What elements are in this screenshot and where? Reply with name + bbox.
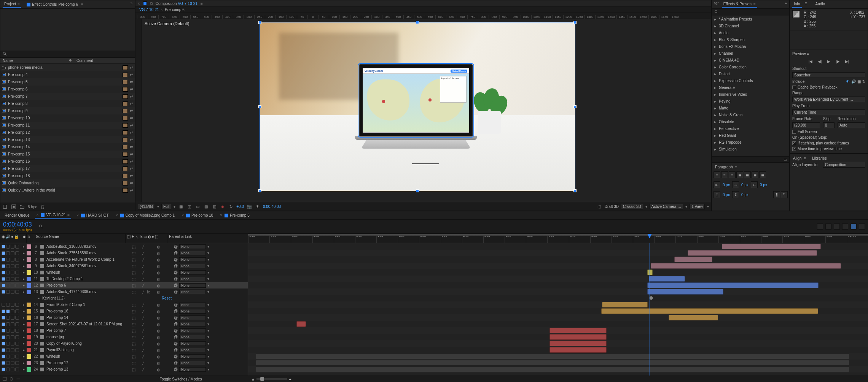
eye-toggle[interactable]: [2, 361, 5, 365]
solo-toggle[interactable]: [11, 335, 14, 339]
effects-category[interactable]: ▸Channel: [712, 50, 789, 57]
effects-category[interactable]: ▸RG Trapcode: [712, 139, 789, 146]
parent-dropdown[interactable]: None: [179, 270, 206, 275]
layer-color[interactable]: [27, 367, 31, 372]
frame-blend-switch[interactable]: [152, 316, 156, 320]
project-item[interactable]: Pre-comp 9⇄: [0, 107, 135, 114]
audio-toggle[interactable]: [6, 284, 10, 287]
pickwhip-icon[interactable]: @: [174, 341, 178, 346]
exposure-value[interactable]: +0.0: [236, 204, 244, 209]
project-item[interactable]: Pre-comp 11⇄: [0, 122, 135, 129]
layer-color[interactable]: [27, 328, 31, 333]
truncated-tab[interactable]: ter: [714, 1, 719, 8]
pickwhip-icon[interactable]: @: [174, 303, 178, 307]
preview-resolution-dropdown[interactable]: Auto: [838, 122, 865, 128]
frame-blend-switch[interactable]: [152, 342, 156, 346]
layer-expand-icon[interactable]: ▸: [21, 303, 26, 307]
solo-toggle[interactable]: [11, 322, 14, 326]
project-col-comment[interactable]: Comment: [74, 58, 135, 63]
audio-toggle[interactable]: [6, 303, 10, 307]
first-frame-icon[interactable]: |◀: [807, 58, 814, 64]
quality-switch[interactable]: ╱: [142, 368, 146, 371]
audio-toggle[interactable]: [6, 355, 10, 358]
motion-blur-switch[interactable]: ◐: [157, 251, 161, 255]
adjustment-switch[interactable]: [162, 245, 166, 249]
3d-switch[interactable]: [167, 245, 170, 249]
current-timecode[interactable]: 0:00:40:03: [3, 221, 32, 228]
parent-dropdown[interactable]: None: [179, 277, 206, 281]
layer-name[interactable]: Pre-comp 14: [45, 315, 131, 320]
adjustment-switch[interactable]: [162, 322, 166, 326]
lock-toggle[interactable]: [15, 316, 19, 320]
indent-first-value[interactable]: 0 px: [741, 183, 749, 187]
preview-time[interactable]: 0:00:40:03: [263, 204, 281, 209]
pickwhip-icon[interactable]: @: [174, 354, 178, 358]
lock-toggle[interactable]: [15, 264, 19, 268]
indent-left-value[interactable]: 0 px: [723, 183, 730, 187]
fx-switch[interactable]: [147, 335, 151, 339]
fx-switch[interactable]: [147, 284, 151, 287]
panel-menu-icon[interactable]: »: [130, 1, 132, 8]
indent-left-icon[interactable]: ⇤: [714, 181, 720, 188]
layer-expand-icon[interactable]: ▸: [21, 361, 26, 365]
timeline-tab[interactable]: Render Queue: [3, 212, 31, 218]
frame-blend-switch[interactable]: [152, 335, 156, 339]
quality-switch[interactable]: ╱: [142, 264, 146, 268]
close-tab-icon[interactable]: ×: [220, 213, 222, 217]
align-center-icon[interactable]: ≡: [721, 171, 728, 178]
layer-name[interactable]: AdobeStock_340979861.mov: [45, 264, 131, 268]
draft-3d-toggle-icon[interactable]: [825, 223, 831, 230]
layer-expand-icon[interactable]: ▸: [21, 315, 26, 320]
effects-category[interactable]: ▸Noise & Grain: [712, 111, 789, 118]
fx-switch[interactable]: [147, 342, 151, 346]
layer-expand-icon[interactable]: ▸: [21, 290, 26, 294]
collapse-switch[interactable]: [137, 290, 141, 294]
guides-icon[interactable]: ▥: [211, 203, 217, 209]
layer-row[interactable]: ▸ 16 Pre-comp 14 ⬚ ╱ ◐ @None▾: [0, 314, 248, 321]
parent-dropdown[interactable]: None: [179, 315, 206, 320]
audio-toggle[interactable]: [6, 335, 10, 339]
layer-bar[interactable]: [647, 289, 723, 295]
adjustment-switch[interactable]: [162, 264, 166, 268]
timeline-tab[interactable]: ×VG 7-10-21 ≡: [35, 212, 71, 219]
layer-name[interactable]: Pre-comp 13: [45, 367, 131, 371]
layer-color[interactable]: [27, 309, 31, 314]
collapse-switch[interactable]: [137, 245, 141, 249]
effects-category[interactable]: ▸Boris FX Mocha: [712, 43, 789, 50]
layer-name[interactable]: Screen Shot 2021-07-07 at 12.01.16 PM.pn…: [45, 322, 131, 326]
toggle-modes-icon[interactable]: [9, 377, 14, 381]
shy-switch[interactable]: ⬚: [132, 271, 136, 274]
parent-dropdown[interactable]: None: [179, 264, 206, 268]
3d-switch[interactable]: [167, 368, 170, 371]
eye-toggle[interactable]: [2, 355, 5, 358]
project-item[interactable]: Quickly…where in the world⇄: [0, 187, 135, 194]
solo-toggle[interactable]: [11, 303, 14, 307]
parent-dropdown[interactable]: None: [179, 341, 206, 346]
layer-bar[interactable]: [649, 276, 685, 282]
solo-toggle[interactable]: [11, 271, 14, 274]
ruler-horizontal[interactable]: 8007507006506005505004504003503002502001…: [135, 13, 711, 19]
solo-toggle[interactable]: [11, 329, 14, 333]
solo-toggle[interactable]: [11, 258, 14, 262]
frame-blend-switch[interactable]: [152, 251, 156, 255]
eye-toggle[interactable]: [2, 309, 5, 313]
layer-row[interactable]: ▸ 23 Pre-comp 17 ⬚ ╱ ◐ @None▾: [0, 360, 248, 366]
include-video-icon[interactable]: 👁: [846, 79, 850, 84]
frame-blend-switch[interactable]: [152, 368, 156, 371]
layer-list[interactable]: ▸ 6 AdobeStock_316838793.mov ⬚ ╱ ◐ @None…: [0, 243, 248, 376]
collapse-switch[interactable]: [137, 322, 141, 326]
pickwhip-icon[interactable]: @: [174, 283, 178, 287]
space-before-value[interactable]: 0 px: [723, 193, 730, 197]
quality-switch[interactable]: ╱: [142, 316, 146, 320]
layer-name[interactable]: whiteish: [45, 270, 131, 274]
audio-toggle[interactable]: [6, 322, 10, 326]
fx-switch[interactable]: [147, 258, 151, 262]
effects-category[interactable]: ▸Matte: [712, 105, 789, 111]
tab-effect-controls[interactable]: Effect Controls Pre-comp 6 ≡: [25, 1, 85, 8]
collapse-switch[interactable]: [137, 355, 141, 358]
effects-category[interactable]: ▸Expression Controls: [712, 77, 789, 84]
layer-bar[interactable]: [549, 334, 607, 340]
solo-toggle[interactable]: [11, 284, 14, 287]
effects-category[interactable]: ▸* Animation Presets: [712, 16, 789, 22]
pickwhip-icon[interactable]: @: [174, 251, 178, 255]
